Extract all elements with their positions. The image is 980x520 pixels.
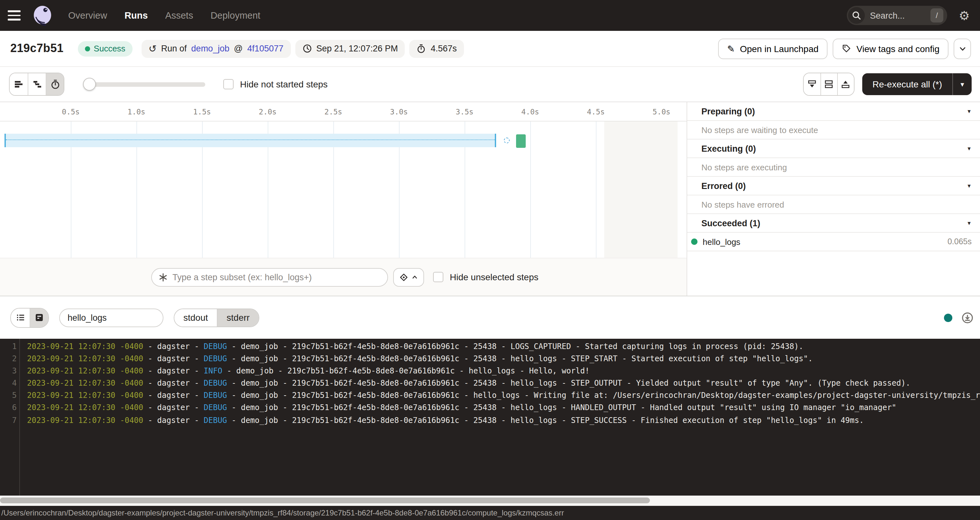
panel-expand-up-icon <box>841 79 851 89</box>
after-run-end-shading <box>604 122 678 258</box>
panel-section-message: No steps have errored <box>687 195 980 214</box>
stdout-stderr-toggle: stdoutstderr <box>174 308 259 327</box>
step-subset-input[interactable] <box>172 272 381 282</box>
dagster-run-page: OverviewRunsAssetsDeployment Search... /… <box>0 0 980 520</box>
log-line-number: 6 <box>0 402 17 414</box>
axis-tick-label: 3.5s <box>456 107 473 116</box>
tab-stderr[interactable]: stderr <box>217 309 259 326</box>
job-link[interactable]: demo_job <box>191 44 229 53</box>
gear-icon[interactable]: ⚙ <box>959 10 970 22</box>
axis-tick-label: 5.0s <box>652 107 670 116</box>
hide-not-started-label: Hide not started steps <box>240 79 328 89</box>
log-line: 22023-09-21 12:07:30 -0400 - dagster - D… <box>0 353 980 365</box>
reexecute-split-button: Re-execute all (*) ▾ <box>862 73 972 95</box>
log-toolbar: stdoutstderr <box>0 296 980 339</box>
step-status-panel: Preparing (0)▼No steps are waiting to ex… <box>687 102 980 296</box>
stopwatch-icon <box>50 79 60 89</box>
waterfall-view-button[interactable] <box>28 73 46 95</box>
log-file-path: /Users/erincochran/Desktop/dagster-examp… <box>1 509 564 517</box>
status-badge: Success <box>78 41 132 56</box>
timed-view-button[interactable] <box>46 73 64 95</box>
succeeded-step-row[interactable]: hello_logs0.065s <box>687 233 980 251</box>
gantt-section: 0.5s1.0s1.5s2.0s2.5s3.0s3.5s4.0s4.5s5.0s <box>0 102 980 296</box>
reexecute-all-button[interactable]: Re-execute all (*) <box>862 73 952 95</box>
log-line-number: 3 <box>0 365 17 377</box>
hamburger-menu-icon[interactable] <box>8 8 23 23</box>
run-tags: ↺ Run of demo_job @ 4f105077 Sep 21, 12:… <box>142 40 464 57</box>
pencil-icon: ✎ <box>727 43 735 54</box>
raw-log-output[interactable]: 12023-09-21 12:07:30 -0400 - dagster - D… <box>0 339 980 496</box>
axis-tick-label: 4.5s <box>587 107 605 116</box>
nav-item-overview[interactable]: Overview <box>68 10 107 21</box>
nav-item-deployment[interactable]: Deployment <box>210 10 260 21</box>
log-line-number: 2 <box>0 353 17 365</box>
gantt-step-bar-hello-logs[interactable] <box>516 134 526 148</box>
tag-icon <box>842 44 851 53</box>
download-log-button[interactable] <box>961 311 974 323</box>
selected-step-waiting-band <box>5 134 496 147</box>
slider-track <box>88 82 205 87</box>
slider-knob[interactable] <box>83 78 96 90</box>
open-in-launchpad-button[interactable]: ✎ Open in Launchpad <box>718 38 827 59</box>
top-nav: OverviewRunsAssetsDeployment Search... /… <box>0 0 980 31</box>
commit-link[interactable]: 4f105077 <box>247 44 283 53</box>
gantt-toolbar: Hide not started steps Re-execute all (*… <box>0 67 980 102</box>
scrollbar-thumb[interactable] <box>0 498 650 503</box>
dagster-logo-icon[interactable] <box>31 4 54 27</box>
gantt-chart-body[interactable] <box>0 122 687 258</box>
nav-links: OverviewRunsAssetsDeployment <box>68 10 260 21</box>
stopwatch-icon <box>417 44 426 53</box>
search-input[interactable]: Search... / <box>847 6 947 25</box>
axis-tick-label: 1.0s <box>127 107 145 116</box>
log-line: 72023-09-21 12:07:30 -0400 - dagster - D… <box>0 414 980 426</box>
panel-section-header[interactable]: Errored (0)▼ <box>687 177 980 195</box>
chevron-down-icon <box>958 44 967 53</box>
panel-section-header[interactable]: Executing (0)▼ <box>687 140 980 158</box>
log-line-number: 1 <box>0 341 17 353</box>
run-header: 219c7b51 Success ↺ Run of demo_job @ 4f1… <box>0 31 980 67</box>
panel-collapse-down-icon <box>807 79 817 89</box>
panel-section-header[interactable]: Succeeded (1)▼ <box>687 214 980 233</box>
panel-section-message: No steps are executing <box>687 158 980 177</box>
panel-split-rows-icon <box>824 79 834 89</box>
step-graph-icon <box>158 272 168 282</box>
download-icon <box>961 311 974 323</box>
log-line: 42023-09-21 12:07:30 -0400 - dagster - D… <box>0 377 980 390</box>
nav-item-runs[interactable]: Runs <box>124 10 148 21</box>
structured-log-view-button[interactable] <box>11 308 30 327</box>
nav-item-assets[interactable]: Assets <box>165 10 193 21</box>
run-id: 219c7b51 <box>10 42 64 55</box>
graph-query-options-button[interactable] <box>393 268 424 286</box>
hide-unselected-checkbox[interactable] <box>433 272 443 282</box>
layers-icon <box>399 272 409 282</box>
reexecute-caret-button[interactable]: ▾ <box>952 73 972 95</box>
expand-panel-button[interactable] <box>837 73 854 95</box>
hide-not-started-checkbox[interactable] <box>223 79 234 89</box>
more-actions-button[interactable] <box>954 38 971 59</box>
view-tags-config-button[interactable]: View tags and config <box>833 38 948 59</box>
caret-up-icon <box>411 274 418 281</box>
log-line: 62023-09-21 12:07:30 -0400 - dagster - D… <box>0 402 980 414</box>
search-icon <box>848 7 865 24</box>
caret-down-icon: ▼ <box>966 183 972 189</box>
gantt-chart: 0.5s1.0s1.5s2.0s2.5s3.0s3.5s4.0s4.5s5.0s <box>0 102 687 296</box>
flat-view-button[interactable] <box>10 73 28 95</box>
hide-unselected-label: Hide unselected steps <box>450 272 539 282</box>
collapse-panel-button[interactable] <box>804 73 821 95</box>
zoom-slider[interactable] <box>83 77 205 91</box>
raw-log-view-button[interactable] <box>30 308 48 327</box>
split-panel-button[interactable] <box>821 73 837 95</box>
axis-tick-label: 4.0s <box>521 107 539 116</box>
log-step-filter-input[interactable] <box>59 308 164 327</box>
gantt-time-axis: 0.5s1.0s1.5s2.0s2.5s3.0s3.5s4.0s4.5s5.0s <box>0 102 687 122</box>
tab-stdout[interactable]: stdout <box>174 309 217 326</box>
gantt-view-mode-group <box>9 73 64 96</box>
log-line-number: 4 <box>0 377 17 390</box>
log-line: 52023-09-21 12:07:30 -0400 - dagster - D… <box>0 390 980 402</box>
flat-view-icon <box>14 79 24 89</box>
gutter-divider <box>19 339 20 496</box>
run-of-tag: ↺ Run of demo_job @ 4f105077 <box>142 40 291 57</box>
step-subset-row: Hide unselected steps <box>0 258 687 296</box>
log-file-path-bar: /Users/erincochran/Desktop/dagster-examp… <box>0 506 980 520</box>
panel-section-header[interactable]: Preparing (0)▼ <box>687 102 980 121</box>
